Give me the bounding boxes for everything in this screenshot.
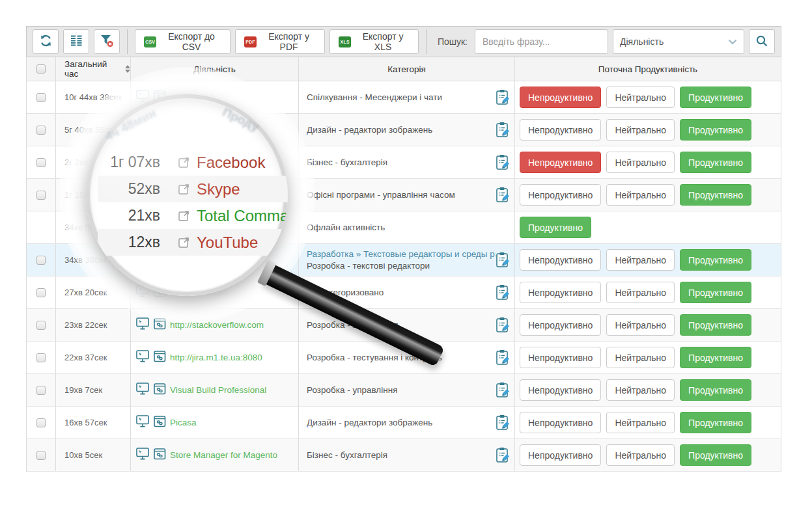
activity-link[interactable]: Picasa xyxy=(170,418,197,427)
search-button[interactable] xyxy=(749,29,775,54)
category-line1: Бізнес - бухгалтерія xyxy=(307,157,387,167)
lens-rows: 1г 07хвFacebook52хвSkype21хвTotal Comma1… xyxy=(98,149,288,256)
search-input[interactable] xyxy=(475,29,608,54)
productivity-productive-button[interactable]: Продуктивно xyxy=(680,282,751,303)
magnifier-lens: 4ч 48мин Проду 1г 07хвFacebook52хвSkype2… xyxy=(86,94,288,296)
row-checkbox[interactable] xyxy=(36,288,46,297)
edit-category-icon[interactable] xyxy=(496,447,511,463)
edit-category-icon[interactable] xyxy=(496,187,511,203)
row-checkbox[interactable] xyxy=(36,93,46,102)
edit-category-icon[interactable] xyxy=(496,317,511,333)
activity-link[interactable]: http://stackoverflow.com xyxy=(170,320,264,330)
productivity-productive-button[interactable]: Продуктивно xyxy=(680,87,751,108)
row-checkbox[interactable] xyxy=(36,191,46,200)
toolbar-divider xyxy=(426,29,427,54)
activity-cell: http://jira.m1.te.ua:8080 xyxy=(136,350,262,365)
filter-clear-button[interactable] xyxy=(94,29,120,54)
productivity-unproductive-button[interactable]: Непродуктивно xyxy=(520,444,601,466)
productivity-neutral-button[interactable]: Нейтрально xyxy=(606,87,675,108)
productivity-neutral-button[interactable]: Нейтрально xyxy=(606,412,675,433)
edit-category-icon[interactable] xyxy=(496,252,511,268)
columns-button[interactable] xyxy=(63,29,89,54)
table-header: Загальний час Діяльність Категорія Поточ… xyxy=(27,57,781,81)
header-total-time[interactable]: Загальний час xyxy=(64,59,122,79)
productivity-productive-button[interactable]: Продуктивно xyxy=(680,444,751,466)
edit-category-icon[interactable] xyxy=(496,154,511,170)
productivity-unproductive-button[interactable]: Непродуктивно xyxy=(520,152,601,173)
productivity-buttons: НепродуктивноНейтральноПродуктивно xyxy=(515,114,781,146)
edit-category-icon[interactable] xyxy=(496,122,511,138)
table-row: 19хв 7сек xyxy=(27,374,781,407)
select-all-checkbox[interactable] xyxy=(36,64,46,74)
productivity-neutral-button[interactable]: Нейтрально xyxy=(606,347,675,368)
category-line1: Офісні програми - управління часом xyxy=(307,190,455,200)
productivity-unproductive-button[interactable]: Непродуктивно xyxy=(520,249,601,271)
productivity-productive-button[interactable]: Продуктивно xyxy=(520,217,591,238)
browser-link-icon xyxy=(154,351,166,365)
export-pdf-button[interactable]: PDF Експорт у PDF xyxy=(235,29,325,54)
activity-link[interactable]: Store Manager for Magento xyxy=(170,450,277,460)
search-field-select[interactable]: Діяльність xyxy=(613,29,744,54)
export-xls-label: Експорт у XLS xyxy=(356,31,410,52)
header-productivity[interactable]: Поточна Продуктивність xyxy=(598,64,697,74)
productivity-buttons: НепродуктивноНейтральноПродуктивно xyxy=(515,179,781,211)
productivity-neutral-button[interactable]: Нейтрально xyxy=(606,282,675,303)
filter-clear-icon xyxy=(100,34,114,49)
search-field-value: Діяльність xyxy=(620,36,664,47)
edit-category-icon[interactable] xyxy=(496,89,511,105)
header-category[interactable]: Категорія xyxy=(387,64,426,74)
row-time: 23хв 22сек xyxy=(64,320,107,330)
productivity-productive-button[interactable]: Продуктивно xyxy=(680,249,751,271)
row-checkbox[interactable] xyxy=(36,451,46,460)
productivity-neutral-button[interactable]: Нейтрально xyxy=(606,119,675,141)
productivity-unproductive-button[interactable]: Непродуктивно xyxy=(520,379,601,401)
row-time: 10г 44хв 38сек xyxy=(64,92,122,102)
productivity-unproductive-button[interactable]: Непродуктивно xyxy=(520,87,601,108)
productivity-unproductive-button[interactable]: Непродуктивно xyxy=(520,314,601,336)
productivity-unproductive-button[interactable]: Непродуктивно xyxy=(520,347,601,368)
category-line2: Розробка - текстові редактори xyxy=(307,261,496,271)
productivity-neutral-button[interactable]: Нейтрально xyxy=(606,184,675,206)
refresh-button[interactable] xyxy=(33,29,59,54)
row-checkbox[interactable] xyxy=(36,256,46,265)
productivity-unproductive-button[interactable]: Непродуктивно xyxy=(520,184,601,206)
productivity-neutral-button[interactable]: Нейтрально xyxy=(606,152,675,173)
export-xls-button[interactable]: XLS Експорт у XLS xyxy=(329,29,419,54)
row-checkbox[interactable] xyxy=(36,386,46,395)
productivity-unproductive-button[interactable]: Непродуктивно xyxy=(520,119,601,141)
time-tracker-app: CSV Експорт до CSV PDF Експорт у PDF XLS… xyxy=(0,0,812,525)
productivity-neutral-button[interactable]: Нейтрально xyxy=(606,379,675,401)
productivity-unproductive-button[interactable]: Непродуктивно xyxy=(520,412,601,433)
edit-category-icon[interactable] xyxy=(496,382,511,398)
row-checkbox[interactable] xyxy=(36,126,46,135)
productivity-productive-button[interactable]: Продуктивно xyxy=(680,412,751,433)
productivity-neutral-button[interactable]: Нейтрально xyxy=(606,249,675,271)
productivity-unproductive-button[interactable]: Непродуктивно xyxy=(520,282,601,303)
activity-cell: Visual Build Professional xyxy=(136,383,266,397)
productivity-productive-button[interactable]: Продуктивно xyxy=(680,152,751,173)
productivity-productive-button[interactable]: Продуктивно xyxy=(680,379,751,401)
sort-icon[interactable] xyxy=(125,65,130,73)
export-csv-button[interactable]: CSV Експорт до CSV xyxy=(135,29,231,54)
activity-link[interactable]: http://jira.m1.te.ua:8080 xyxy=(170,353,262,362)
productivity-buttons: НепродуктивноНейтральноПродуктивно xyxy=(515,81,781,113)
browser-link-icon xyxy=(154,318,166,332)
productivity-productive-button[interactable]: Продуктивно xyxy=(680,314,751,336)
row-checkbox[interactable] xyxy=(36,321,46,330)
header-activity[interactable]: Діяльність xyxy=(193,64,236,74)
category-cell: Разработка » Текстовые редакторы и среды… xyxy=(307,249,496,271)
edit-category-icon[interactable] xyxy=(496,414,511,431)
lens-time: 52хв xyxy=(99,180,160,198)
edit-category-icon[interactable] xyxy=(496,284,511,301)
row-checkbox[interactable] xyxy=(36,158,46,167)
lens-time: 1г 07хв xyxy=(99,154,160,171)
row-checkbox[interactable] xyxy=(36,418,46,427)
productivity-neutral-button[interactable]: Нейтрально xyxy=(606,314,675,336)
productivity-productive-button[interactable]: Продуктивно xyxy=(680,184,751,206)
edit-category-icon[interactable] xyxy=(496,349,511,366)
row-checkbox[interactable] xyxy=(36,353,46,362)
productivity-productive-button[interactable]: Продуктивно xyxy=(680,347,751,368)
productivity-productive-button[interactable]: Продуктивно xyxy=(680,119,751,141)
productivity-neutral-button[interactable]: Нейтрально xyxy=(606,444,675,466)
activity-link[interactable]: Visual Build Professional xyxy=(170,385,266,395)
